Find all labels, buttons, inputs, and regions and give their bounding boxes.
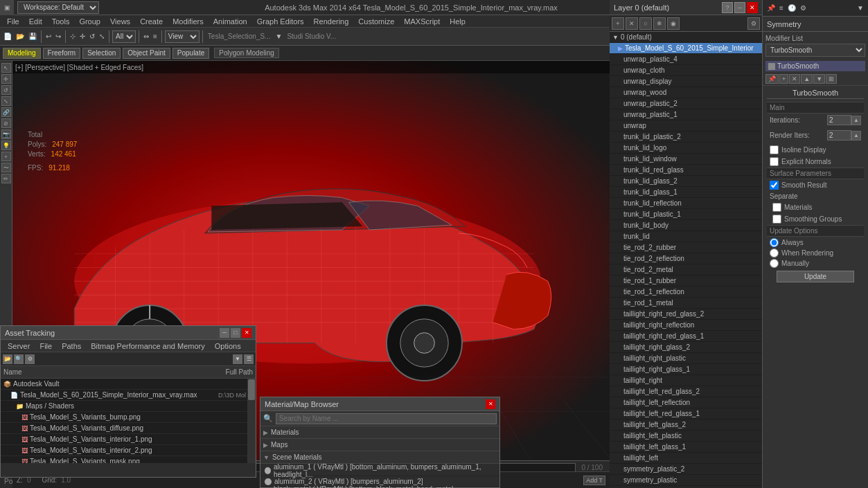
layer-item-28[interactable]: taillight_right_glass_2 <box>610 342 762 353</box>
layer-item-19[interactable]: tie_rod_2_rubber <box>610 242 762 253</box>
layer-item-9[interactable]: trunk_lid_plastic_2 <box>610 132 762 143</box>
modifier-list-dropdown[interactable]: TurboSmooth <box>765 44 865 57</box>
menu-rendering[interactable]: Rendering <box>310 17 353 26</box>
layer-item-5[interactable]: unwrap_wood <box>610 87 762 98</box>
layer-item-40[interactable]: symmetry_plastic <box>610 475 762 486</box>
mat-close-btn[interactable]: ✕ <box>486 399 495 409</box>
layer-item-31[interactable]: taillight_right <box>610 375 762 386</box>
render-iters-up-btn[interactable]: ▲ <box>851 131 861 141</box>
scale-icon[interactable]: ⤡ <box>98 31 106 42</box>
object-paint-btn[interactable]: Object Paint <box>123 48 170 59</box>
layer-item-4[interactable]: unwrap_display <box>610 76 762 87</box>
layer-item-20[interactable]: tie_rod_2_reflection <box>610 253 762 264</box>
asset-map-1[interactable]: 🖼 Tesla_Model_S_Variants_bump.png <box>1 412 256 423</box>
light-tool[interactable]: 💡 <box>1 141 11 150</box>
align-icon[interactable]: ≡ <box>152 31 159 42</box>
mat-materials-section[interactable]: ▶ Materials <box>260 426 499 439</box>
menu-graph-editors[interactable]: Graph Editors <box>253 17 308 26</box>
layer-item-7[interactable]: unwrap_plastic_1 <box>610 109 762 120</box>
workspace-selector[interactable]: Workspace: Default <box>17 1 99 14</box>
rotate-tool[interactable]: ↺ <box>1 85 11 95</box>
add-time-btn[interactable]: Add T <box>583 476 605 485</box>
layer-item-16[interactable]: trunk_lid_plastic_1 <box>610 209 762 220</box>
mod-pin-btn[interactable]: 📌 <box>765 74 779 84</box>
mod-down-btn[interactable]: ▼ <box>813 74 825 84</box>
mod-pin-icon[interactable]: 📌 <box>765 3 777 13</box>
asset-tb-btn5[interactable]: ☰ <box>244 354 254 364</box>
space-warp-tool[interactable]: 〜 <box>1 163 11 172</box>
unlink-tool[interactable]: ⊘ <box>1 118 11 128</box>
helper-tool[interactable]: + <box>1 152 11 161</box>
studio-v-icon[interactable]: ▼ <box>274 31 283 42</box>
menu-tools[interactable]: Tools <box>48 17 74 26</box>
mat-item-1[interactable]: aluminum_1 ( VRayMtl ) [bottom_aluminum,… <box>260 465 499 476</box>
view-selector[interactable]: View <box>165 30 200 43</box>
asset-restore-btn[interactable]: □ <box>231 328 240 338</box>
mod-history-icon[interactable]: 🕐 <box>786 3 797 13</box>
mod-up-btn[interactable]: ▲ <box>801 74 813 84</box>
selection-mode-btn[interactable]: Selection <box>82 48 121 59</box>
layer-item-10[interactable]: trunk_lid_logo <box>610 143 762 154</box>
layer-item-15[interactable]: trunk_lid_reflection <box>610 198 762 209</box>
smoothing-groups-checkbox[interactable] <box>772 215 781 224</box>
layer-item-24[interactable]: tie_rod_1_metal <box>610 298 762 309</box>
asset-scrollbar[interactable] <box>247 379 256 463</box>
menu-animation[interactable]: Animation <box>209 17 251 26</box>
layer-item-tesla[interactable]: ▶ Tesla_Model_S_60_2015_Simple_Interior <box>610 43 762 54</box>
when-rendering-radio[interactable] <box>770 248 779 257</box>
layer-settings-btn[interactable]: ⚙ <box>747 17 760 30</box>
layer-item-29[interactable]: taillight_right_plastic <box>610 353 762 364</box>
asset-menu-file[interactable]: File <box>35 341 56 351</box>
layer-item-37[interactable]: taillight_left_glass_1 <box>610 442 762 453</box>
menu-customize[interactable]: Customize <box>354 17 398 26</box>
mod-more-icon[interactable]: ▼ <box>856 3 865 13</box>
explicit-normals-checkbox[interactable] <box>770 157 779 166</box>
menu-help[interactable]: Help <box>445 17 470 26</box>
layer-item-26[interactable]: taillight_right_reflection <box>610 320 762 331</box>
layer-item-11[interactable]: trunk_lid_window <box>610 154 762 165</box>
asset-map-2[interactable]: 🖼 Tesla_Model_S_Variants_diffuse.png <box>1 423 256 434</box>
layer-item-21[interactable]: tie_rod_2_metal <box>610 264 762 275</box>
layer-item-2[interactable]: unwrap_plastic_4 <box>610 54 762 65</box>
asset-minimize-btn[interactable]: ─ <box>220 328 229 338</box>
layers-minimize-btn[interactable]: ─ <box>734 2 745 13</box>
layer-item-36[interactable]: taillight_left_plastic <box>610 431 762 442</box>
link-tool[interactable]: 🔗 <box>1 107 11 117</box>
selection-filter[interactable]: All <box>112 30 136 43</box>
camera-tool[interactable]: 📷 <box>1 129 11 139</box>
select-tool[interactable]: ↖ <box>1 63 11 73</box>
asset-close-btn[interactable]: ✕ <box>242 328 251 338</box>
always-radio[interactable] <box>770 238 779 247</box>
layer-item-30[interactable]: taillight_right_glass_1 <box>610 364 762 375</box>
asset-tb-btn3[interactable]: ⚙ <box>25 354 35 364</box>
asset-map-5[interactable]: 🖼 Tesla_Model_S_Variants_mask.png <box>1 456 256 463</box>
update-btn[interactable]: Update <box>777 271 854 282</box>
mod-copy-btn[interactable]: ⊞ <box>826 74 837 84</box>
turbosm-stack-item[interactable]: TurboSmooth <box>765 61 865 71</box>
mod-list-icon[interactable]: ≡ <box>778 3 785 13</box>
layer-item-23[interactable]: tie_rod_1_reflection <box>610 287 762 298</box>
rotate-icon[interactable]: ↺ <box>88 31 96 42</box>
layer-item-13[interactable]: trunk_lid_glass_2 <box>610 176 762 187</box>
move-icon[interactable]: ✛ <box>78 31 87 42</box>
mirror-icon[interactable]: ⇔ <box>142 31 150 42</box>
paint-tool[interactable]: ✏ <box>1 174 11 183</box>
select-icon[interactable]: ⊹ <box>69 31 77 42</box>
asset-tb-btn1[interactable]: 📂 <box>3 354 12 364</box>
layer-item-12[interactable]: trunk_lid_red_glass <box>610 165 762 176</box>
asset-scroll-thumb[interactable] <box>248 379 255 400</box>
asset-tb-btn4[interactable]: ▼ <box>233 354 242 364</box>
asset-menu-options[interactable]: Options <box>211 341 245 351</box>
menu-views[interactable]: Views <box>106 17 134 26</box>
layer-item-27[interactable]: taillight_right_red_glass_1 <box>610 331 762 342</box>
layer-item-6[interactable]: unwrap_plastic_2 <box>610 98 762 109</box>
layer-item-22[interactable]: tie_rod_1_rubber <box>610 275 762 287</box>
smooth-result-checkbox[interactable] <box>770 181 779 190</box>
layer-item-39[interactable]: symmetry_plastic_2 <box>610 464 762 475</box>
layer-item-17[interactable]: trunk_lid_body <box>610 220 762 231</box>
layer-item-root[interactable]: ▼ 0 (default) <box>610 32 762 43</box>
manually-radio[interactable] <box>770 259 779 268</box>
menu-group[interactable]: Group <box>75 17 105 26</box>
layer-item-8[interactable]: unwrap <box>610 120 762 132</box>
layer-item-34[interactable]: taillight_left_red_glass_1 <box>610 408 762 419</box>
